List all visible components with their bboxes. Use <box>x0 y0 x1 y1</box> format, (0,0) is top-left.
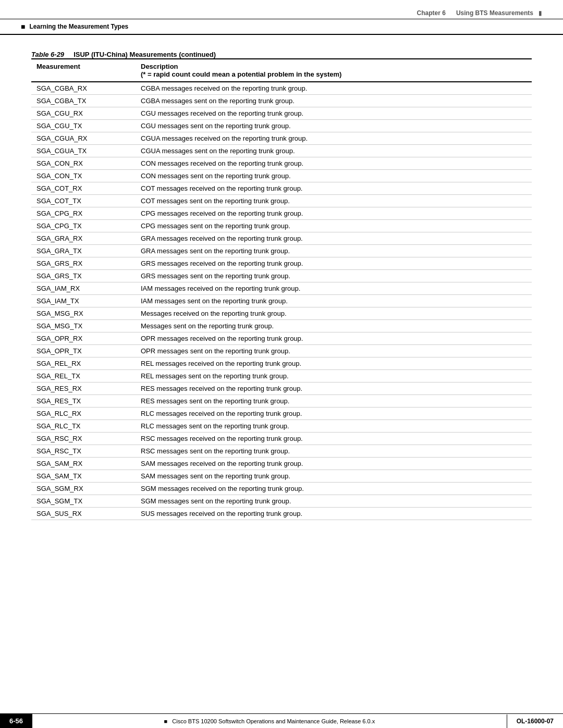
description-cell: COT messages received on the reporting t… <box>136 182 532 195</box>
measurement-cell: SGA_SAM_TX <box>31 470 136 483</box>
measurement-cell: SGA_CPG_TX <box>31 220 136 232</box>
description-cell: GRS messages sent on the reporting trunk… <box>136 270 532 282</box>
description-cell: RES messages received on the reporting t… <box>136 382 532 395</box>
table-title: Table 6-29 ISUP (ITU-China) Measurements… <box>31 51 532 58</box>
description-cell: GRA messages sent on the reporting trunk… <box>136 245 532 257</box>
description-cell: CGBA messages sent on the reporting trun… <box>136 95 532 107</box>
table-row: SGA_CGBA_TXCGBA messages sent on the rep… <box>31 95 532 107</box>
table-row: SGA_RLC_TXRLC messages sent on the repor… <box>31 420 532 433</box>
description-cell: SUS messages received on the reporting t… <box>136 508 532 520</box>
measurement-cell: SGA_MSG_RX <box>31 307 136 320</box>
description-cell: SGM messages sent on the reporting trunk… <box>136 495 532 508</box>
measurement-cell: SGA_RLC_TX <box>31 420 136 433</box>
table-row: SGA_CON_RXCON messages received on the r… <box>31 157 532 170</box>
description-cell: OPR messages sent on the reporting trunk… <box>136 345 532 357</box>
table-row: SGA_REL_TXREL messages sent on the repor… <box>31 370 532 382</box>
table-row: SGA_IAM_RXIAM messages received on the r… <box>31 282 532 295</box>
description-cell: Messages received on the reporting trunk… <box>136 307 532 320</box>
footer-center-text: ■ Cisco BTS 10200 Softswitch Operations … <box>32 715 507 727</box>
measurement-cell: SGA_GRA_TX <box>31 245 136 257</box>
measurement-cell: SGA_IAM_RX <box>31 282 136 295</box>
table-row: SGA_CPG_TXCPG messages sent on the repor… <box>31 220 532 232</box>
measurement-cell: SGA_REL_RX <box>31 357 136 370</box>
measurement-cell: SGA_SUS_RX <box>31 508 136 520</box>
footer-doc-title: Cisco BTS 10200 Softswitch Operations an… <box>172 718 375 724</box>
chapter-label: Chapter 6 <box>417 9 446 17</box>
table-row: SGA_GRA_TXGRA messages sent on the repor… <box>31 245 532 257</box>
measurement-cell: SGA_MSG_TX <box>31 320 136 332</box>
table-row: SGA_RSC_TXRSC messages sent on the repor… <box>31 445 532 458</box>
measurement-cell: SGA_RES_RX <box>31 382 136 395</box>
measurement-cell: SGA_CON_TX <box>31 170 136 182</box>
measurement-cell: SGA_COT_TX <box>31 195 136 207</box>
description-cell: Messages sent on the reporting trunk gro… <box>136 320 532 332</box>
table-row: SGA_GRS_RXGRS messages received on the r… <box>31 257 532 270</box>
measurement-cell: SGA_CGU_TX <box>31 120 136 132</box>
table-row: SGA_SGM_RXSGM messages received on the r… <box>31 483 532 495</box>
measurement-cell: SGA_GRA_RX <box>31 232 136 245</box>
measurement-cell: SGA_CPG_RX <box>31 207 136 220</box>
table-row: SGA_CGUA_TXCGUA messages sent on the rep… <box>31 145 532 157</box>
table-row: SGA_CGUA_RXCGUA messages received on the… <box>31 132 532 145</box>
table-header-row: Measurement Description (* = rapid count… <box>31 59 532 82</box>
table-row: SGA_CGBA_RXCGBA messages received on the… <box>31 82 532 95</box>
measurement-cell: SGA_CGU_RX <box>31 107 136 120</box>
measurement-cell: SGA_RSC_RX <box>31 433 136 445</box>
description-cell: SAM messages received on the reporting t… <box>136 458 532 470</box>
header-chapter: Chapter 6 Using BTS Measurements ▮ <box>417 9 542 17</box>
table-row: SGA_RSC_RXRSC messages received on the r… <box>31 433 532 445</box>
description-cell: CGU messages received on the reporting t… <box>136 107 532 120</box>
table-row: SGA_MSG_RXMessages received on the repor… <box>31 307 532 320</box>
table-row: SGA_CGU_TXCGU messages sent on the repor… <box>31 120 532 132</box>
measurement-cell: SGA_COT_RX <box>31 182 136 195</box>
description-cell: SAM messages sent on the reporting trunk… <box>136 470 532 483</box>
description-cell: SGM messages received on the reporting t… <box>136 483 532 495</box>
measurement-cell: SGA_CGUA_TX <box>31 145 136 157</box>
table-row: SGA_RES_TXRES messages sent on the repor… <box>31 395 532 408</box>
description-cell: OPR messages received on the reporting t… <box>136 332 532 345</box>
description-cell: RLC messages sent on the reporting trunk… <box>136 420 532 433</box>
table-row: SGA_SAM_TXSAM messages sent on the repor… <box>31 470 532 483</box>
measurement-cell: SGA_CON_RX <box>31 157 136 170</box>
measurement-cell: SGA_GRS_TX <box>31 270 136 282</box>
description-cell: COT messages sent on the reporting trunk… <box>136 195 532 207</box>
page-content: Table 6-29 ISUP (ITU-China) Measurements… <box>0 35 563 562</box>
description-cell: IAM messages received on the reporting t… <box>136 282 532 295</box>
description-cell: RSC messages received on the reporting t… <box>136 433 532 445</box>
description-cell: REL messages received on the reporting t… <box>136 357 532 370</box>
description-cell: CGU messages sent on the reporting trunk… <box>136 120 532 132</box>
table-title-text: ISUP (ITU-China) Measurements (continued… <box>74 51 216 58</box>
measurement-cell: SGA_OPR_RX <box>31 332 136 345</box>
measurement-cell: SGA_RES_TX <box>31 395 136 408</box>
col-header-description: Description (* = rapid count could mean … <box>136 59 532 82</box>
footer-doc-number: OL-16000-07 <box>507 714 563 728</box>
measurement-cell: SGA_SGM_TX <box>31 495 136 508</box>
col-header-measurement: Measurement <box>31 59 136 82</box>
description-cell: REL messages sent on the reporting trunk… <box>136 370 532 382</box>
table-row: SGA_GRS_TXGRS messages sent on the repor… <box>31 270 532 282</box>
description-cell: RSC messages sent on the reporting trunk… <box>136 445 532 458</box>
measurement-cell: SGA_CGBA_TX <box>31 95 136 107</box>
table-row: SGA_IAM_TXIAM messages sent on the repor… <box>31 295 532 307</box>
table-row: SGA_COT_TXCOT messages sent on the repor… <box>31 195 532 207</box>
measurement-cell: SGA_SGM_RX <box>31 483 136 495</box>
table-row: SGA_RES_RXRES messages received on the r… <box>31 382 532 395</box>
description-cell: CON messages received on the reporting t… <box>136 157 532 170</box>
footer-bullet: ■ <box>164 718 167 724</box>
table-row: SGA_CGU_RXCGU messages received on the r… <box>31 107 532 120</box>
table-row: SGA_REL_RXREL messages received on the r… <box>31 357 532 370</box>
table-row: SGA_SUS_RXSUS messages received on the r… <box>31 508 532 520</box>
measurements-table: Measurement Description (* = rapid count… <box>31 58 532 520</box>
table-row: SGA_SAM_RXSAM messages received on the r… <box>31 458 532 470</box>
page-header: Chapter 6 Using BTS Measurements ▮ <box>0 0 563 19</box>
table-row: SGA_OPR_TXOPR messages sent on the repor… <box>31 345 532 357</box>
page-footer: 6-56 ■ Cisco BTS 10200 Softswitch Operat… <box>0 713 563 728</box>
description-cell: RLC messages received on the reporting t… <box>136 408 532 420</box>
description-cell: CGUA messages sent on the reporting trun… <box>136 145 532 157</box>
bullet-icon: ■ <box>21 22 25 31</box>
measurement-cell: SGA_IAM_TX <box>31 295 136 307</box>
measurement-cell: SGA_CGBA_RX <box>31 82 136 95</box>
table-row: SGA_CPG_RXCPG messages received on the r… <box>31 207 532 220</box>
table-row: SGA_CON_TXCON messages sent on the repor… <box>31 170 532 182</box>
description-cell: CPG messages received on the reporting t… <box>136 207 532 220</box>
